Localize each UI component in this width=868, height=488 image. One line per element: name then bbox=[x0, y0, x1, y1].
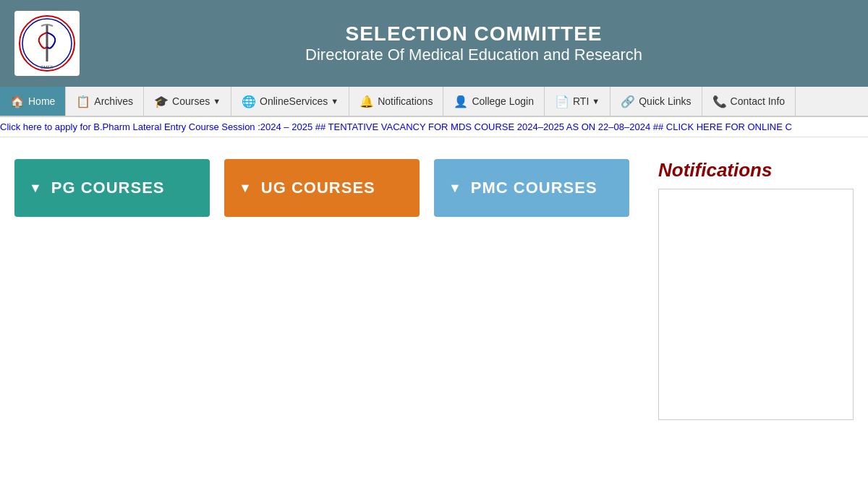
navbar: 🏠 Home 📋 Archives 🎓 Courses ▼ 🌐 OnlineSe… bbox=[0, 87, 868, 117]
nav-label-home: Home bbox=[28, 95, 55, 107]
rti-icon: 📄 bbox=[555, 95, 569, 108]
rti-dropdown-arrow: ▼ bbox=[592, 97, 600, 106]
header: DMER SELECTION COMMITTEE Directorate Of … bbox=[0, 0, 868, 87]
main-content: ▼ PG COURSES ▼ UG COURSES ▼ PMC COURSES … bbox=[0, 137, 868, 442]
contact-info-icon: 📞 bbox=[712, 95, 727, 108]
pg-courses-button[interactable]: ▼ PG COURSES bbox=[14, 159, 210, 217]
college-login-icon: 👤 bbox=[454, 95, 468, 108]
nav-label-college-login: College Login bbox=[472, 95, 534, 107]
notifications-panel: Notifications bbox=[658, 159, 854, 420]
nav-label-rti: RTI bbox=[573, 95, 589, 107]
notifications-heading: Notifications bbox=[658, 159, 854, 181]
nav-item-home[interactable]: 🏠 Home bbox=[0, 87, 66, 116]
pg-dropdown-arrow: ▼ bbox=[29, 181, 43, 196]
nav-label-archives: Archives bbox=[94, 95, 133, 107]
nav-label-online-services: OnlineServices bbox=[260, 95, 328, 107]
news-ticker: Click here to apply for B.Pharm Lateral … bbox=[0, 117, 868, 137]
nav-label-contact-info: Contact Info bbox=[731, 95, 786, 107]
pmc-courses-label: PMC COURSES bbox=[471, 179, 597, 197]
nav-item-notifications[interactable]: 🔔 Notifications bbox=[349, 87, 443, 116]
ug-dropdown-arrow: ▼ bbox=[239, 181, 252, 196]
online-services-dropdown-arrow: ▼ bbox=[331, 97, 339, 106]
ug-courses-button[interactable]: ▼ UG COURSES bbox=[224, 159, 420, 217]
nav-item-contact-info[interactable]: 📞 Contact Info bbox=[702, 87, 796, 116]
nav-item-quick-links[interactable]: 🔗 Quick Links bbox=[610, 87, 702, 116]
pmc-courses-button[interactable]: ▼ PMC COURSES bbox=[434, 159, 629, 217]
nav-item-archives[interactable]: 📋 Archives bbox=[66, 87, 144, 116]
pg-courses-label: PG COURSES bbox=[51, 179, 165, 197]
nav-item-college-login[interactable]: 👤 College Login bbox=[443, 87, 545, 116]
notifications-nav-icon: 🔔 bbox=[359, 95, 374, 108]
archives-icon: 📋 bbox=[76, 95, 90, 108]
courses-icon: 🎓 bbox=[154, 95, 169, 108]
ticker-text: Click here to apply for B.Pharm Lateral … bbox=[0, 121, 792, 132]
notifications-box[interactable] bbox=[658, 189, 854, 420]
nav-label-notifications: Notifications bbox=[378, 95, 433, 107]
nav-item-rti[interactable]: 📄 RTI ▼ bbox=[545, 87, 610, 116]
home-icon: 🏠 bbox=[10, 95, 25, 108]
pmc-dropdown-arrow: ▼ bbox=[448, 181, 462, 196]
nav-label-quick-links: Quick Links bbox=[639, 95, 691, 107]
nav-item-online-services[interactable]: 🌐 OnlineServices ▼ bbox=[231, 87, 349, 116]
logo: DMER bbox=[14, 11, 80, 76]
header-main-title: SELECTION COMMITTEE bbox=[94, 22, 854, 46]
header-title-group: SELECTION COMMITTEE Directorate Of Medic… bbox=[94, 22, 854, 64]
courses-section: ▼ PG COURSES ▼ UG COURSES ▼ PMC COURSES bbox=[14, 159, 644, 420]
header-subtitle: Directorate Of Medical Education and Res… bbox=[94, 46, 854, 64]
courses-dropdown-arrow: ▼ bbox=[213, 97, 221, 106]
nav-label-courses: Courses bbox=[172, 95, 210, 107]
online-services-icon: 🌐 bbox=[242, 95, 256, 108]
ug-courses-label: UG COURSES bbox=[261, 179, 375, 197]
nav-item-courses[interactable]: 🎓 Courses ▼ bbox=[144, 87, 231, 116]
quick-links-icon: 🔗 bbox=[621, 95, 635, 108]
svg-text:DMER: DMER bbox=[41, 65, 54, 69]
